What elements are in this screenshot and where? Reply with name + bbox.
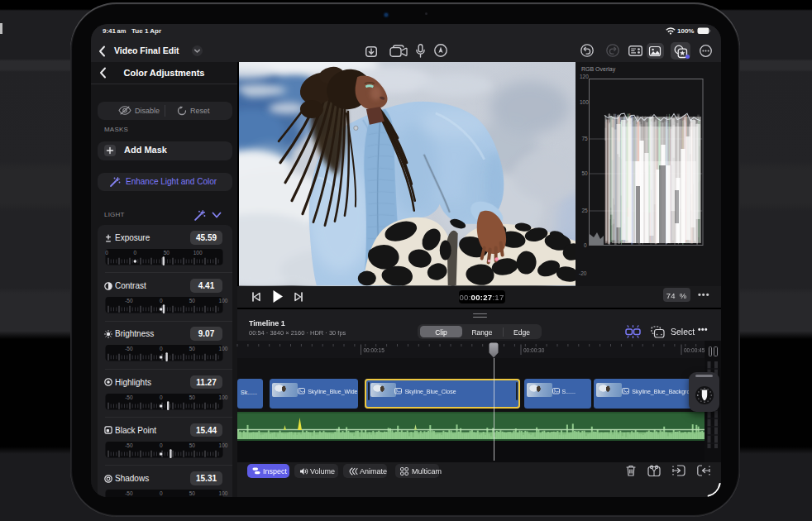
svg-text:00:00:30: 00:00:30 [523,347,545,353]
svg-text:00:00:15: 00:00:15 [364,347,385,353]
svg-text:00:00:45: 00:00:45 [684,347,705,353]
